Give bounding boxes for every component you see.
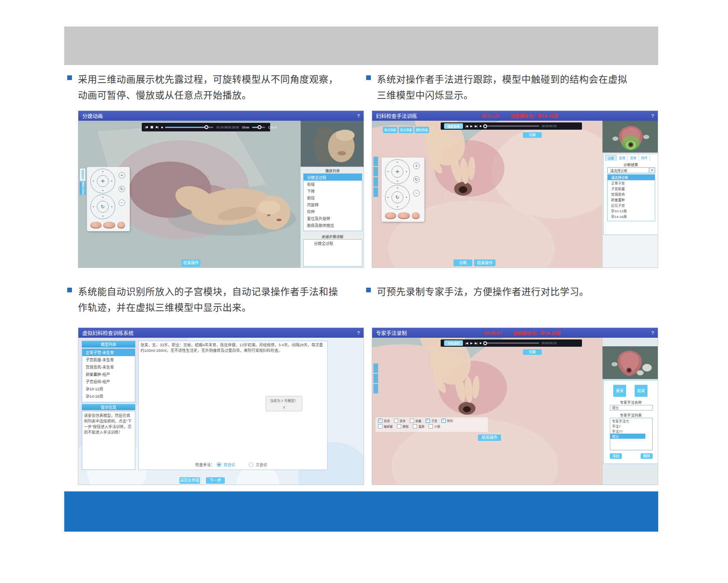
radio-label[interactable]: 三合诊 xyxy=(256,462,267,467)
dropdown-option[interactable]: 请选择诊断 xyxy=(608,175,655,180)
prev-icon[interactable]: |◀ xyxy=(465,342,468,345)
stop-icon[interactable]: ■ xyxy=(480,342,481,345)
zoom-out-button[interactable]: − xyxy=(413,190,420,196)
diagnose-button[interactable]: 诊断 xyxy=(454,259,472,266)
structure-checkbox[interactable]: 子宫 xyxy=(426,419,437,423)
help-button[interactable]: ? xyxy=(651,330,654,336)
tab-diagnosis[interactable]: 诊断 xyxy=(605,155,617,161)
structure-checkbox[interactable]: 宫颈 xyxy=(378,419,390,423)
model-view-thumbnail[interactable] xyxy=(385,212,396,219)
playlist-item[interactable]: 俯屈 xyxy=(304,194,362,201)
side-tab[interactable] xyxy=(373,384,378,393)
prev-icon[interactable]: |◀ xyxy=(145,125,147,129)
model-view-thumbnail[interactable] xyxy=(398,212,410,219)
end-operation-button[interactable]: 结束操作 xyxy=(478,434,501,441)
dropdown-option[interactable]: 孕14-16周 xyxy=(608,214,655,219)
rotate-dpad[interactable]: ▲▲▲▲ ↻ xyxy=(90,194,115,219)
structure-checkbox[interactable]: 附件 xyxy=(442,419,453,423)
back-to-main-button[interactable]: 返回主界面 xyxy=(179,477,200,484)
play-recording-button[interactable]: 播放录像 xyxy=(444,123,463,129)
expert-method-item[interactable]: 得分 xyxy=(610,434,645,439)
model-list-item[interactable]: 子宫肌瘤-未生育 xyxy=(82,356,135,363)
double-measure-button[interactable]: 双点测量 xyxy=(399,127,413,133)
model-list-item[interactable]: 孕14-16周 xyxy=(82,393,135,400)
dropdown-option[interactable]: 子宫肌瘤 xyxy=(608,186,655,191)
rerecord-button[interactable]: 重录 xyxy=(613,385,626,397)
expert-method-item[interactable]: 手法77 xyxy=(610,428,652,434)
radio-bimanual[interactable] xyxy=(217,462,221,467)
pan-dpad[interactable]: ▲▲▲▲ ✛ xyxy=(385,159,410,184)
pause-icon[interactable]: ▮▮ xyxy=(150,125,153,129)
playlist-item[interactable]: 胎肩及胎体娩出 xyxy=(304,222,362,229)
help-button[interactable]: ? xyxy=(357,330,360,336)
radio-trimanual[interactable] xyxy=(249,462,254,467)
pan-icon[interactable]: ✛ xyxy=(97,175,109,187)
stop-icon[interactable]: ■ xyxy=(161,126,162,129)
structure-checkbox[interactable]: 卵巢 xyxy=(410,419,421,423)
start-recording-button[interactable]: 开始录制 xyxy=(444,340,463,346)
reset-rotation-button[interactable]: ↻ xyxy=(119,186,125,192)
speed-slider[interactable] xyxy=(252,127,265,128)
next-icon[interactable]: ▶| xyxy=(475,342,477,345)
expert-method-item[interactable]: 专家手法七 xyxy=(610,418,652,423)
zoom-in-button[interactable]: + xyxy=(119,172,125,178)
side-tab[interactable] xyxy=(373,177,378,187)
structure-checkbox[interactable]: 输卵管 xyxy=(378,424,393,428)
add-button[interactable]: 添加 xyxy=(610,453,622,459)
delete-measure-button[interactable]: 删除测量 xyxy=(415,127,429,133)
zoom-in-button[interactable]: + xyxy=(413,163,420,169)
pan-icon[interactable]: ✛ xyxy=(391,166,403,178)
playlist-item[interactable]: 下降 xyxy=(304,187,362,194)
playlist-item[interactable]: 分娩全过程 xyxy=(304,174,362,181)
diagnosis-dropdown[interactable]: 请选择诊断 ▼ xyxy=(607,167,655,173)
expert-method-item[interactable]: 手法7 xyxy=(610,423,652,428)
play-icon[interactable]: ▶ xyxy=(470,125,472,128)
stop-icon[interactable]: ■ xyxy=(480,125,481,128)
model-list-item[interactable]: 宫颈息肉-未生育 xyxy=(82,363,135,371)
structure-checkbox[interactable]: 膀胱 xyxy=(397,424,409,428)
dropdown-option[interactable]: 孕10-12周 xyxy=(608,208,655,214)
zoom-out-button[interactable]: − xyxy=(119,199,125,206)
structure-checkbox[interactable]: 直肠 xyxy=(413,424,424,428)
model-list-item[interactable]: 子宫后倾-经产 xyxy=(82,378,135,385)
dropdown-option[interactable]: 正常子宫 xyxy=(608,180,655,186)
finish-recording-button[interactable]: 结束 xyxy=(635,385,647,397)
expert-name-input[interactable] xyxy=(610,405,653,410)
tab-cervix[interactable]: 宫颈 xyxy=(617,155,628,161)
side-tab[interactable] xyxy=(373,363,378,373)
dropdown-option[interactable]: 后位子宫 xyxy=(608,202,655,208)
help-button[interactable]: ? xyxy=(651,113,654,119)
structure-checkbox[interactable]: 小肠 xyxy=(429,424,440,428)
radio-label[interactable]: 双合诊 xyxy=(224,462,235,467)
side-tab[interactable] xyxy=(373,374,378,383)
play-icon[interactable]: ▶ xyxy=(470,342,472,345)
tab-playlist[interactable]: 播放列表 xyxy=(80,182,86,195)
progress-slider[interactable] xyxy=(483,342,539,344)
switch-view-button[interactable]: 切换 xyxy=(523,132,542,138)
next-icon[interactable]: ▶| xyxy=(156,125,158,129)
rotate-dpad[interactable]: ▲▲▲▲ ↻ xyxy=(385,185,410,210)
switch-view-button[interactable]: 切换 xyxy=(523,349,542,355)
single-measure-button[interactable]: 单点测量 xyxy=(383,127,397,133)
prev-icon[interactable]: |◀ xyxy=(465,125,468,128)
structure-checkbox[interactable]: 宫体 xyxy=(394,419,406,423)
model-view-thumbnail[interactable] xyxy=(117,222,125,229)
help-button[interactable]: ? xyxy=(357,113,360,119)
playlist-item[interactable]: 衔接 xyxy=(304,181,362,187)
orbit-icon[interactable]: ↻ xyxy=(97,201,109,213)
pan-dpad[interactable]: ▲▲▲▲ ✛ xyxy=(90,169,115,193)
end-operation-button[interactable]: 结束操作 xyxy=(474,259,495,266)
playlist-item[interactable]: 复位及外旋转 xyxy=(304,215,362,222)
playlist-item[interactable]: 内旋转 xyxy=(304,201,362,208)
model-view-thumbnail[interactable] xyxy=(103,222,115,229)
orbit-icon[interactable]: ↻ xyxy=(391,191,403,203)
end-operation-button[interactable]: 结束操作 xyxy=(182,259,200,267)
next-icon[interactable]: ▶| xyxy=(475,125,477,128)
side-tab[interactable] xyxy=(373,167,378,176)
model-list-item[interactable]: 卵巢囊肿-经产 xyxy=(82,371,135,378)
model-view-thumbnail[interactable] xyxy=(412,212,420,219)
reset-rotation-button[interactable]: ↻ xyxy=(413,176,420,183)
tab-adnexa[interactable]: 附件 xyxy=(639,155,650,161)
delete-button[interactable]: 删除 xyxy=(641,453,653,459)
dropdown-option[interactable]: 卵巢囊肿 xyxy=(608,197,655,202)
